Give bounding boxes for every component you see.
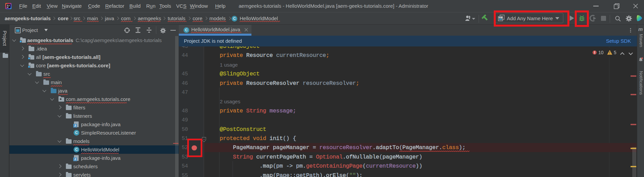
svg-text:IJ: IJ [7,4,9,7]
